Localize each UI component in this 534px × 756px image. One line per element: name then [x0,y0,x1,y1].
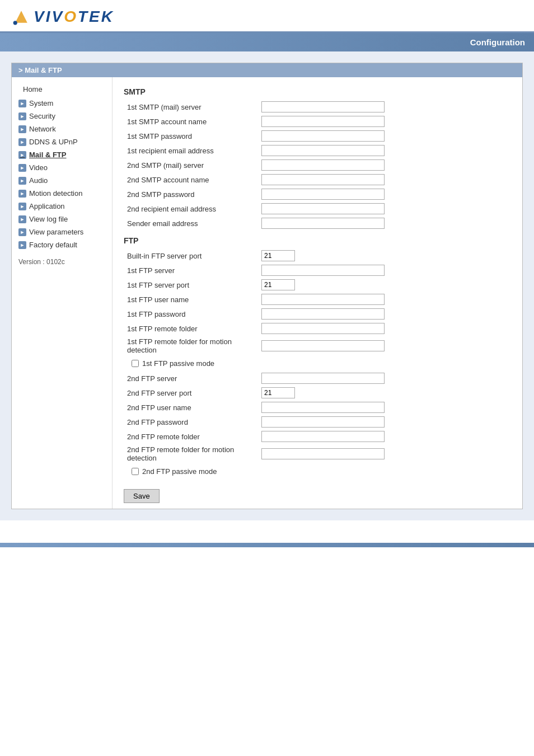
mail-ftp-arrow-icon: ► [18,151,26,159]
factory-label: Factory default [29,241,77,249]
ftp1-remote-motion-label: 1st FTP remote folder for motion detecti… [124,336,258,356]
sidebar-item-home[interactable]: Home [12,83,112,96]
table-row: 2nd FTP remote folder for motion detecti… [124,444,426,464]
sidebar: Home ► System ► Security ► Network ► DDN… [12,77,113,509]
vivotek-logo-icon [11,7,31,27]
viewlog-label: View log file [29,215,68,223]
sidebar-item-security[interactable]: ► Security [12,110,112,123]
table-row: Sender email address [124,216,426,231]
sender-email-input[interactable] [261,218,385,229]
ftp2-port-input[interactable] [261,387,295,398]
table-row: 2nd SMTP account name [124,172,426,187]
table-row: 1st FTP user name [124,292,426,307]
audio-label: Audio [29,176,48,185]
ftp1-server-label: 1st FTP server [124,263,258,278]
smtp2-server-cell [258,158,426,172]
viewlog-arrow-icon: ► [18,215,26,223]
sidebar-item-viewparams[interactable]: ► View parameters [12,226,112,238]
ftp1-password-input[interactable] [261,308,385,320]
table-row: 2nd SMTP password [124,187,426,201]
ftp2-password-cell [258,415,426,429]
sidebar-item-motion[interactable]: ► Motion detection [12,187,112,200]
table-row: 2nd FTP passive mode [124,464,426,479]
viewparams-arrow-icon: ► [18,228,26,236]
network-arrow-icon: ► [18,125,26,133]
smtp2-password-label: 2nd SMTP password [124,187,258,201]
sidebar-item-audio[interactable]: ► Audio [12,174,112,187]
ftp2-port-label: 2nd FTP server port [124,386,258,400]
ftp1-remote-motion-input[interactable] [261,340,385,351]
smtp2-server-input[interactable] [261,159,385,171]
sidebar-item-network[interactable]: ► Network [12,123,112,135]
smtp-form: 1st SMTP (mail) server 1st SMTP account … [124,100,426,231]
ddns-arrow-icon: ► [18,138,26,146]
ftp1-remote-motion-cell [258,336,426,356]
ftp1-port-label: 1st FTP server port [124,278,258,292]
ftp2-passive-label: 2nd FTP passive mode [142,467,217,476]
table-row: 2nd FTP password [124,415,426,429]
ftp1-remote-folder-input[interactable] [261,323,385,334]
save-button[interactable]: Save [124,489,160,503]
smtp-section-title: SMTP [124,87,426,96]
ftp1-port-cell [258,278,426,292]
smtp2-password-cell [258,187,426,201]
sidebar-item-mail-ftp[interactable]: ► Mail & FTP [12,148,112,161]
home-label: Home [23,85,43,93]
content-body: SMTP 1st SMTP (mail) server 1st SMTP acc… [113,77,437,509]
ftp2-remote-motion-input[interactable] [261,448,385,459]
ftp1-passive-row: 1st FTP passive mode [132,358,420,369]
ftp1-password-cell [258,307,426,321]
table-row: Built-in FTP server port [124,248,426,263]
sidebar-item-video[interactable]: ► Video [12,161,112,174]
smtp2-account-input[interactable] [261,174,385,185]
sidebar-item-system[interactable]: ► System [12,97,112,110]
smtp2-account-cell [258,172,426,187]
sidebar-item-viewlog[interactable]: ► View log file [12,213,112,226]
ftp1-passive-checkbox[interactable] [132,360,139,367]
smtp2-password-input[interactable] [261,189,385,200]
sidebar-item-application[interactable]: ► Application [12,200,112,213]
ftp1-passive-label: 1st FTP passive mode [142,359,214,368]
table-row: 1st recipient email address [124,143,426,158]
builtin-ftp-port-input[interactable] [261,250,295,261]
ftp1-port-input[interactable] [261,279,295,290]
ftp1-remote-folder-label: 1st FTP remote folder [124,321,258,336]
ftp-section-title: FTP [124,236,426,245]
ftp2-password-input[interactable] [261,416,385,428]
config-header: Configuration [0,33,534,51]
sidebar-item-ddns[interactable]: ► DDNS & UPnP [12,135,112,148]
table-row: 1st FTP password [124,307,426,321]
table-row: 2nd FTP remote folder [124,429,426,444]
table-row: 1st FTP server [124,263,426,278]
smtp1-server-cell [258,100,426,114]
ftp2-remote-folder-cell [258,429,426,444]
smtp1-password-cell [258,129,426,143]
ftp-form: Built-in FTP server port 1st FTP server … [124,248,426,479]
table-row: 1st SMTP account name [124,114,426,129]
save-button-wrapper: Save [124,485,426,503]
smtp2-recipient-input[interactable] [261,203,385,214]
smtp1-server-input[interactable] [261,101,385,112]
smtp1-account-input[interactable] [261,116,385,127]
smtp1-password-input[interactable] [261,130,385,142]
table-row: 1st FTP passive mode [124,356,426,371]
ftp2-user-input[interactable] [261,402,385,413]
ftp2-server-input[interactable] [261,373,385,384]
builtin-ftp-port-label: Built-in FTP server port [124,248,258,263]
ftp1-user-label: 1st FTP user name [124,292,258,307]
ftp2-remote-folder-input[interactable] [261,431,385,442]
table-row: 1st SMTP password [124,129,426,143]
video-arrow-icon: ► [18,164,26,172]
ftp2-passive-checkbox[interactable] [132,468,139,475]
ftp1-user-cell [258,292,426,307]
ftp1-server-input[interactable] [261,265,385,276]
table-row: 1st FTP remote folder for motion detecti… [124,336,426,356]
svg-marker-0 [15,11,27,23]
smtp1-recipient-input[interactable] [261,145,385,156]
ftp2-passive-row: 2nd FTP passive mode [132,466,420,477]
sidebar-item-factory[interactable]: ► Factory default [12,238,112,251]
application-label: Application [29,202,65,210]
ftp1-user-input[interactable] [261,294,385,305]
ftp1-remote-folder-cell [258,321,426,336]
system-arrow-icon: ► [18,100,26,107]
